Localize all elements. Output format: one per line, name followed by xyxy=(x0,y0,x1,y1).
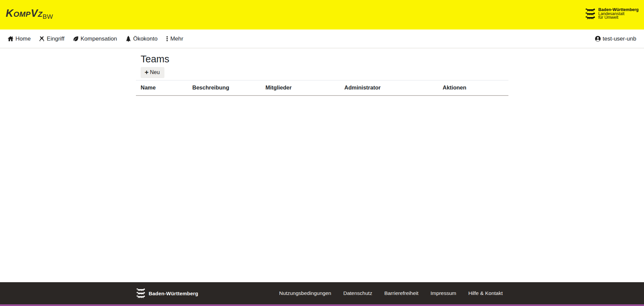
footer-brand-name: Baden-Württemberg xyxy=(149,291,198,296)
main-navbar: Home Eingriff Kompensation Ökokonto Mehr xyxy=(0,29,644,48)
table-header-row: Name Beschreibung Mitglieder Administrat… xyxy=(136,80,508,96)
app-header: KompVzBW Baden-Württemberg Landesanstalt… xyxy=(0,0,644,29)
column-header-administrator: Administrator xyxy=(340,80,438,96)
column-header-beschreibung: Beschreibung xyxy=(188,80,261,96)
leaf-icon xyxy=(72,36,79,42)
footer-links: Nutzungsbedingungen Datenschutz Barriere… xyxy=(279,290,503,296)
user-circle-icon xyxy=(595,36,601,42)
app-logo[interactable]: KompVzBW xyxy=(6,7,53,20)
main-content: Teams + Neu Name Beschreibung Mitglieder… xyxy=(136,48,508,282)
app-logo-suffix: BW xyxy=(43,13,53,20)
footer-link-nutzungsbedingungen[interactable]: Nutzungsbedingungen xyxy=(279,290,331,296)
plus-icon: + xyxy=(145,70,149,75)
page-title: Teams xyxy=(141,54,508,64)
column-header-mitglieder: Mitglieder xyxy=(261,80,340,96)
nav-item-kompensation[interactable]: Kompensation xyxy=(72,36,117,42)
footer-link-impressum[interactable]: Impressum xyxy=(431,290,456,296)
agency-sub2: für Umwelt xyxy=(598,16,639,20)
nav-item-label: Ökokonto xyxy=(133,36,158,42)
home-icon xyxy=(7,36,14,42)
nav-item-eingriff[interactable]: Eingriff xyxy=(39,36,64,42)
nav-item-home[interactable]: Home xyxy=(7,36,31,42)
footer-brand: Baden-Württemberg xyxy=(136,287,198,300)
pencil-ruler-icon xyxy=(39,36,45,42)
nav-item-mehr[interactable]: Mehr xyxy=(165,36,183,42)
page-footer: Baden-Württemberg Nutzungsbedingungen Da… xyxy=(0,282,644,306)
agency-logo: Baden-Württemberg Landesanstalt für Umwe… xyxy=(585,7,639,21)
nav-item-label: Home xyxy=(15,36,31,42)
new-team-button[interactable]: + Neu xyxy=(141,67,164,78)
nav-item-label: Kompensation xyxy=(81,36,117,42)
nav-item-label: Mehr xyxy=(170,36,183,42)
nav-item-oekokonto[interactable]: Ökokonto xyxy=(125,36,158,42)
column-header-aktionen: Aktionen xyxy=(438,80,508,96)
tree-icon xyxy=(125,36,132,42)
footer-link-hilfe-kontakt[interactable]: Hilfe & Kontakt xyxy=(468,290,503,296)
kebab-menu-icon xyxy=(165,36,169,42)
footer-link-barrierefreiheit[interactable]: Barrierefreiheit xyxy=(384,290,418,296)
user-name: test-user-unb xyxy=(603,36,636,42)
teams-table: Name Beschreibung Mitglieder Administrat… xyxy=(136,80,508,96)
bw-coat-of-arms-icon xyxy=(136,287,145,300)
footer-link-datenschutz[interactable]: Datenschutz xyxy=(343,290,372,296)
user-menu[interactable]: test-user-unb xyxy=(595,36,636,42)
app-logo-main: KompVz xyxy=(6,7,43,19)
nav-item-label: Eingriff xyxy=(47,36,64,42)
new-team-button-label: Neu xyxy=(150,69,160,75)
bw-coat-of-arms-icon xyxy=(585,7,595,21)
column-header-name: Name xyxy=(136,80,188,96)
